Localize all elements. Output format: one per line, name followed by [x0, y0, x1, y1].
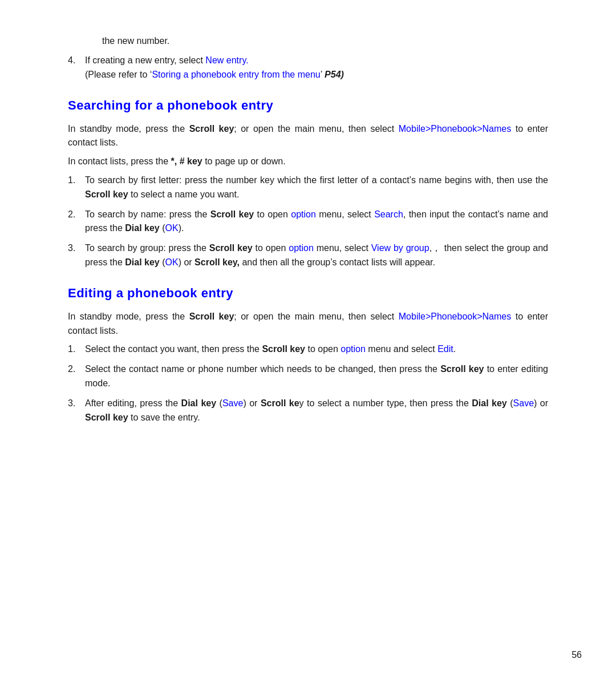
section1-hash-key: *, # key [171, 156, 202, 166]
s2-item1-num: 1. [68, 342, 85, 357]
s2-item3-scroll-key2: Scroll key [85, 413, 128, 422]
s1-item2-mid2: menu, select [316, 209, 374, 219]
s1-item3-start: To search by group: press the [85, 243, 209, 253]
section1-para2-end: to page up or down. [202, 156, 286, 166]
section1-para1-mid: ; or open the main menu, then select [234, 124, 398, 134]
item4-indent-end: ’ [321, 70, 325, 79]
section1-para1: In standby mode, press the Scroll key; o… [68, 122, 548, 151]
section1-scroll-key-1: Scroll key [189, 124, 234, 134]
s2-item2-text: Select the contact name or phone number … [85, 362, 548, 391]
section1-item1: 1. To search by first letter: press the … [68, 173, 548, 202]
s2-item3-mid4: ( [507, 398, 513, 408]
s1-item2-dial-key: Dial key [125, 223, 159, 233]
s1-item1-start: To search by first letter: press the num… [85, 175, 548, 185]
section2-para1: In standby mode, press the Scroll key; o… [68, 310, 548, 338]
s1-item3-mid2: menu, select [314, 243, 371, 253]
item4-indent-plain: (Please refer to ‘ [85, 70, 152, 79]
s2-item1-end: . [453, 344, 456, 354]
section1-item2: 2. To search by name: press the Scroll k… [68, 208, 548, 236]
item4-storing-link[interactable]: Storing a phonebook entry from the menu [152, 70, 320, 79]
section2-item3: 3. After editing, press the Dial key (Sa… [68, 397, 548, 425]
item4-page-ref: P54) [325, 70, 344, 79]
intro-line: the new number. [68, 34, 548, 48]
section2-item1: 1. Select the contact you want, then pre… [68, 342, 548, 357]
s1-item3-end: and then all the group’s contact lists w… [240, 257, 435, 267]
section2-heading: Editing a phonebook entry [68, 286, 548, 301]
s2-item3-scroll-key: Scroll ke [261, 398, 299, 408]
s2-item1-text: Select the contact you want, then press … [85, 342, 548, 357]
section2-scroll-key-1: Scroll key [189, 312, 234, 321]
s1-item2-end: ( [160, 223, 165, 233]
s2-item2-scroll-key: Scroll key [440, 364, 484, 374]
s2-item1-start: Select the contact you want, then press … [85, 344, 262, 354]
s2-item1-mid: to open [305, 344, 341, 354]
section1-list: 1. To search by first letter: press the … [68, 173, 548, 270]
s1-item2-start: To search by name: press the [85, 209, 210, 219]
section1-phonebook-link[interactable]: Mobile>Phonebook>Names [399, 124, 511, 134]
section2-item2: 2. Select the contact name or phone numb… [68, 362, 548, 391]
page-content: the new number. 4. If creating a new ent… [0, 0, 616, 683]
section2-list: 1. Select the contact you want, then pre… [68, 342, 548, 425]
s1-item1-end: to select a name you want. [128, 189, 240, 199]
s2-item3-mid2: ) or [243, 398, 260, 408]
section1-para2-start: In contact lists, press the [68, 156, 171, 166]
s2-item3-save-link1[interactable]: Save [222, 398, 243, 408]
section1-para2: In contact lists, press the *, # key to … [68, 155, 548, 169]
item4-new-entry-link[interactable]: New entry. [205, 55, 248, 65]
s2-item2-num: 2. [68, 362, 85, 391]
s1-item3-num: 3. [68, 241, 85, 270]
s1-item3-scroll-key2: Scroll key, [194, 257, 240, 267]
s2-item3-mid1: ( [216, 398, 222, 408]
s2-item3-start: After editing, press the [85, 398, 181, 408]
section2-para1-start: In standby mode, press the [68, 312, 189, 321]
s1-item3-ok-link[interactable]: OK [165, 257, 179, 267]
page-number: 56 [572, 650, 582, 660]
item4-text-plain: If creating a new entry, select [85, 55, 205, 65]
list-item-4: 4. If creating a new entry, select New e… [68, 54, 548, 82]
s2-item1-scroll-key: Scroll key [262, 344, 305, 354]
s1-item3-mid4: ( [160, 257, 165, 267]
section1-item3: 3. To search by group: press the Scroll … [68, 241, 548, 270]
s1-item3-scroll-key: Scroll key [209, 243, 253, 253]
s1-item3-mid5: ) or [179, 257, 194, 267]
s2-item3-end: to save the entry. [128, 413, 200, 422]
s2-item3-num: 3. [68, 397, 85, 425]
s1-item1-text: To search by first letter: press the num… [85, 173, 548, 202]
s1-item2-option-link[interactable]: option [291, 209, 316, 219]
s2-item3-text: After editing, press the Dial key (Save)… [85, 397, 548, 425]
s1-item2-num: 2. [68, 208, 85, 236]
s1-item3-text: To search by group: press the Scroll key… [85, 241, 548, 270]
s1-item3-dial-key: Dial key [125, 257, 159, 267]
section2-phonebook-link[interactable]: Mobile>Phonebook>Names [399, 312, 511, 321]
s1-item2-text: To search by name: press the Scroll key … [85, 208, 548, 236]
s2-item1-option-link[interactable]: option [341, 344, 366, 354]
s2-item3-mid5: ) or [534, 398, 548, 408]
s2-item1-mid2: menu and select [366, 344, 437, 354]
s1-item2-mid1: to open [254, 209, 291, 219]
s2-item1-edit-link[interactable]: Edit [437, 344, 453, 354]
s1-item1-scroll-key: Scroll key [85, 189, 128, 199]
s1-item1-num: 1. [68, 173, 85, 202]
s1-item3-viewbygroup-link[interactable]: View by group [371, 243, 429, 253]
s1-item2-search-link[interactable]: Search [374, 209, 403, 219]
s2-item3-save-link2[interactable]: Save [513, 398, 534, 408]
s2-item3-mid3: y to select a number type, then press th… [299, 398, 472, 408]
section1-heading: Searching for a phonebook entry [68, 98, 548, 113]
s1-item2-final: ). [179, 223, 184, 233]
item4-number: 4. [68, 54, 85, 82]
s2-item3-dial-key2: Dial key [472, 398, 507, 408]
s2-item2-start: Select the contact name or phone number … [85, 364, 440, 374]
section2-para1-mid: ; or open the main menu, then select [234, 312, 398, 321]
item4-content: If creating a new entry, select New entr… [85, 54, 548, 82]
s1-item2-scroll-key: Scroll key [210, 209, 254, 219]
s2-item3-dial-key1: Dial key [181, 398, 217, 408]
section1-para1-start: In standby mode, press the [68, 124, 189, 134]
s1-item3-option-link[interactable]: option [289, 243, 314, 253]
s1-item3-mid1: to open [253, 243, 289, 253]
s1-item2-ok-link[interactable]: OK [165, 223, 179, 233]
